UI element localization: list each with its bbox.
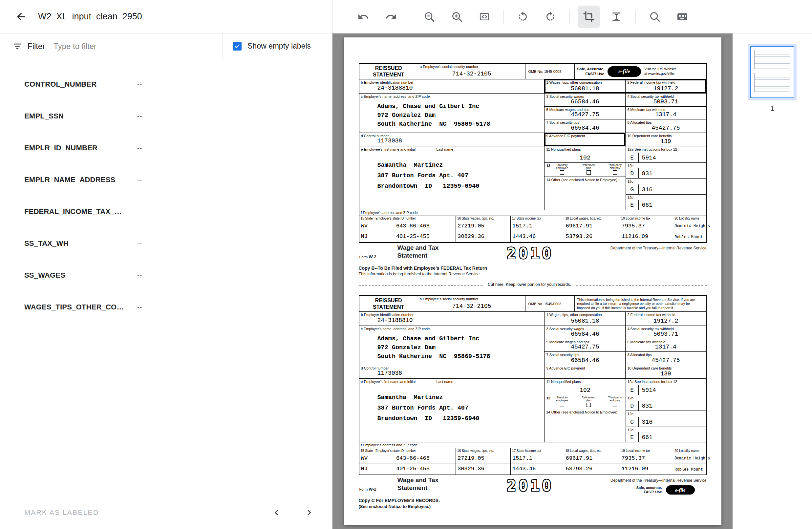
add-bounding-box-button[interactable] — [578, 5, 600, 28]
w2-box-12d: 12d E 661 — [626, 195, 706, 210]
w2-statutory-employee: Statutory employee — [552, 164, 571, 175]
label-list-item[interactable]: WAGES_TIPS_OTHER_CO… -- — [0, 291, 332, 323]
title-bar: W2_XL_input_clean_2950 — [0, 0, 333, 33]
w2-ssn-value: 714-32-2105 — [418, 303, 525, 309]
w2-box-b-ein: b Employer identification number 24-3188… — [359, 79, 545, 93]
w2-box-12b-code: D — [626, 170, 638, 178]
w2-box-3-value: 66584.46 — [545, 331, 625, 337]
w2-box-4-label: 4 Social security tax withheld — [627, 94, 673, 99]
w2-box-14-label: 14 Other (see enclosed Notice to Employe… — [546, 410, 617, 414]
w2-box-12b: 12b D 831 — [626, 395, 706, 411]
w2-employee-address-2: Brandontown ID 12359-6940 — [377, 181, 479, 192]
w2-box-1-label: 1 Wages, tips, other compensation — [546, 80, 601, 84]
label-list-item[interactable]: EMPLR_NAME_ADDRESS -- — [0, 164, 332, 195]
w2-box-16: 16 State wages, tips, etc. 27219.05 — [456, 448, 511, 463]
w2-omb-text: OMB No. 1545-0008 — [528, 302, 561, 306]
toolbar-separator — [635, 10, 636, 24]
undo-button[interactable] — [352, 5, 375, 28]
w2-box-20: 20 Locality name Dominic Heights — [673, 448, 706, 463]
mark-as-labeled-button[interactable]: MARK AS LABELED — [24, 508, 99, 517]
w2-box-11: 11 Nonqualified plans 102 — [545, 379, 625, 395]
show-empty-labels-checkbox[interactable] — [233, 42, 242, 50]
add-bounding-box-icon — [583, 11, 595, 23]
label-value: -- — [137, 176, 142, 184]
label-list-item[interactable]: SS_WAGES -- — [0, 259, 332, 291]
zoom-out-button[interactable] — [418, 5, 440, 28]
previous-page-button[interactable] — [269, 505, 284, 520]
w2-state-id-label: Employer's state ID number — [376, 449, 416, 453]
w2-box-18: 18 Local wages, tips, etc. 69617.91 — [564, 216, 620, 231]
w2-box-c-employer: c Employer's name, address, and ZIP code… — [359, 93, 545, 133]
w2-box-12a: 12a See instructions for box 12 E 5914 — [626, 146, 706, 163]
label-list-item[interactable]: SS_TAX_WH -- — [0, 227, 332, 259]
fit-to-width-button[interactable] — [473, 5, 496, 28]
w2-box-5-value: 45427.75 — [545, 343, 625, 350]
form-word: Form — [359, 487, 368, 491]
w2-control-number-value: 1173038 — [377, 370, 402, 377]
efile-logo: e-file — [608, 66, 641, 77]
w2-box-c-employer: c Employer's name, address, and ZIP code… — [359, 326, 545, 365]
zoom-in-button[interactable] — [446, 5, 468, 28]
rotate-clockwise-icon — [545, 11, 556, 23]
label-name: CONTROL_NUMBER — [24, 80, 137, 89]
label-list-item[interactable]: FEDERAL_INCOME_TAX_… -- — [0, 195, 332, 227]
toolbar-separator — [504, 10, 504, 24]
next-page-button[interactable] — [302, 505, 316, 520]
w2-box-12a-label: 12a See instructions for box 12 — [627, 147, 678, 151]
label-list-item[interactable]: EMPLR_ID_NUMBER -- — [0, 132, 332, 164]
w2-box-12c: 12c G 316 — [626, 178, 706, 195]
w2-box-12b-amount: 831 — [639, 170, 652, 178]
w2-box-10-value: 139 — [626, 370, 706, 377]
search-button[interactable] — [643, 5, 666, 28]
w2-box-16-label: 16 State wages, tips, etc. — [457, 449, 494, 453]
text-select-button[interactable] — [605, 5, 627, 28]
w2-box-2: 2 Federal income tax withheld 19127.2 — [626, 312, 706, 325]
w2-local-tax-1: 7935.37 — [622, 455, 645, 461]
w2-box-20: 20 Locality name Dominic Heights — [673, 216, 706, 231]
label-list-item[interactable]: CONTROL_NUMBER -- — [0, 68, 332, 100]
redo-icon — [385, 11, 397, 23]
redo-button[interactable] — [380, 5, 402, 28]
w2-box-12d-code: E — [626, 434, 638, 442]
filter-input[interactable] — [54, 42, 222, 51]
search-icon — [649, 11, 661, 23]
w2-box-14: 14 Other (see enclosed Notice to Employe… — [545, 177, 625, 210]
w2-state-wages-cell-2: 30829.36 — [456, 231, 511, 242]
w2-locality-cell-2: Robles Mount — [673, 231, 706, 242]
label-list-item[interactable]: EMPL_SSN -- — [0, 100, 332, 132]
rotate-counterclockwise-button[interactable] — [512, 5, 534, 28]
w2-retirement-plan: Retirement plan — [579, 164, 598, 175]
w2-box-10-value: 139 — [626, 138, 706, 145]
w2-box-2: 2 Federal income tax withheld 19127.2 — [626, 79, 706, 93]
w2-state-tax-cell-2: 1443.46 — [511, 464, 564, 474]
w2-box-12b-label: 12b — [627, 396, 634, 400]
w2-box-8-label: 8 Allocated tips — [627, 120, 652, 124]
label-name: SS_TAX_WH — [24, 239, 137, 248]
document-page[interactable]: REISSUED STATEMENT a Employee's social s… — [344, 38, 721, 525]
keyboard-shortcuts-button[interactable] — [671, 5, 694, 28]
w2-box-f: f Employee's address and ZIP code — [359, 210, 706, 216]
label-value: -- — [137, 80, 142, 89]
form-number: W-2 — [368, 254, 376, 259]
w2-state-id-cell-2: 401-25-455 — [374, 464, 456, 474]
thumbnail-panel: 1 — [733, 33, 812, 529]
w2-box-2-value: 19127.2 — [626, 318, 706, 324]
safe-accurate-text: Safe, Accurate, FAST! Use — [577, 67, 604, 76]
w2-box-8-value: 45427.75 — [626, 125, 706, 131]
w2-state-id-label: Employer's state ID number — [376, 217, 416, 220]
w2-omb-number: OMB No. 1545-0008 — [525, 64, 575, 79]
w2-box-f: f Employee's address and ZIP code — [359, 442, 706, 448]
w2-third-party-sick-pay: Third-party sick pay — [606, 164, 625, 175]
zoom-out-icon — [423, 11, 435, 23]
w2-box-7-label: 7 Social security tips — [546, 120, 579, 124]
rotate-clockwise-button[interactable] — [539, 5, 562, 28]
cut-line-text: Cut here. Keep lower portion for your re… — [484, 282, 575, 287]
w2-box-7: 7 Social security tips 66584.46 — [545, 352, 626, 365]
w2-state-wages-1: 27219.05 — [458, 223, 484, 229]
label-name: WAGES_TIPS_OTHER_CO… — [24, 303, 137, 311]
back-button[interactable] — [12, 8, 30, 26]
w2-box-a-label: a Employee's social security number — [420, 297, 478, 301]
page-1-thumbnail[interactable] — [748, 44, 797, 100]
w2-box-9: 9 Advance EIC payment — [545, 133, 626, 146]
labels-panel: Filter Show empty labels CONTROL_NUMBER … — [0, 33, 333, 529]
